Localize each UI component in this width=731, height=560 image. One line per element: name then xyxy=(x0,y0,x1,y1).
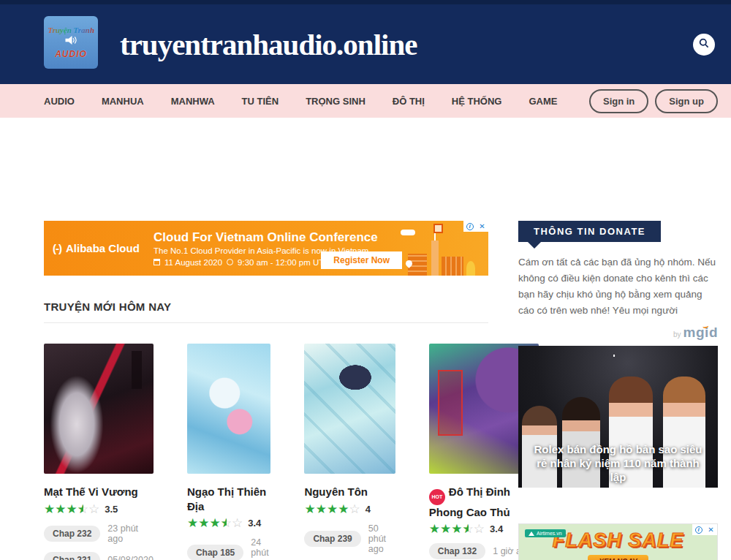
banner-title: Cloud For Vietnam Online Conference xyxy=(154,230,378,245)
content: (-) Alibaba Cloud Cloud For Vietnam Onli… xyxy=(0,118,731,560)
star-icon: ★ xyxy=(67,503,77,515)
star-icon: ★ xyxy=(44,503,55,515)
ad-controls: i ✕ xyxy=(692,524,717,535)
mgid-by-label: by xyxy=(673,330,681,338)
chapter-row: Chap 23105/08/2020 xyxy=(44,552,154,560)
chapter-badge[interactable]: Chap 232 xyxy=(44,526,100,542)
logo-audio-text: AUDIO xyxy=(55,49,87,59)
nav-item-trong-sinh[interactable]: TRỌNG SINH xyxy=(306,96,366,107)
comic-cover-image[interactable] xyxy=(44,344,154,474)
star-rating: ★★★☆★☆3.5 xyxy=(44,503,154,515)
brand-triangle-icon xyxy=(529,531,534,536)
banner-date: 11 August 2020 xyxy=(164,258,222,267)
chapter-time: 24 phút ago xyxy=(251,537,270,560)
chapter-row: Chap 23223 phút ago xyxy=(44,523,154,544)
star-icon: ★ xyxy=(316,503,327,515)
nav-item-tu-tien[interactable]: TU TIÊN xyxy=(242,96,279,107)
star-icon: ★ xyxy=(429,523,440,535)
ad-info-icon[interactable]: i xyxy=(463,221,476,232)
star-icon: ☆ xyxy=(232,517,243,529)
speaker-icon xyxy=(64,35,77,48)
page-title: truyentranhaudio.online xyxy=(120,27,417,62)
chapter-row: Chap 23950 phút ago xyxy=(304,523,395,554)
comic-title-link[interactable]: Mạt Thế Vi Vương xyxy=(44,485,154,499)
rating-value: 3.4 xyxy=(490,523,503,534)
nav-item-manhua[interactable]: MANHUA xyxy=(102,96,144,107)
ad-info-icon[interactable]: i xyxy=(692,524,705,535)
star-icon: ☆★ xyxy=(221,517,232,529)
comic-card: Ngạo Thị Thiên Địa★★★☆★☆3.4Chap 18524 ph… xyxy=(187,344,270,560)
star-icon: ☆ xyxy=(349,503,360,515)
comic-card: Nguyên Tôn★★★★☆4Chap 23950 phút agoChap … xyxy=(304,344,395,560)
hot-badge: HOT xyxy=(429,489,445,505)
ad-close-icon[interactable]: ✕ xyxy=(705,524,717,535)
star-icon: ☆★ xyxy=(77,503,88,515)
xem-ngay-button[interactable]: XEM NGAY xyxy=(588,555,648,560)
star-icon: ★ xyxy=(440,523,451,535)
sidebar: THÔNG TIN DONATE Cám ơn tất cả các bạn đ… xyxy=(518,221,718,560)
donate-text: Cám ơn tất cả các bạn đã ủng hộ nhóm. Nế… xyxy=(518,254,718,318)
chapter-badge[interactable]: Chap 231 xyxy=(44,552,100,560)
comic-title-link[interactable]: Ngạo Thị Thiên Địa xyxy=(187,485,270,513)
star-rating: ★★★★☆4 xyxy=(304,503,395,515)
chapter-badge[interactable]: Chap 132 xyxy=(429,543,485,559)
nav-item-đo-thi[interactable]: ĐÔ THỊ xyxy=(393,96,425,107)
search-button[interactable] xyxy=(693,34,715,56)
flash-sale-ad[interactable]: Airtimes.vn FLASH SALE XEM NGAY i ✕ xyxy=(518,523,718,560)
cloud-shape xyxy=(401,230,415,235)
star-icon: ★ xyxy=(327,503,338,515)
mgid-logo[interactable]: mgid xyxy=(683,325,718,340)
native-ad-caption: Rolex bán đồng hồ bản sao siêu rẻ nhân k… xyxy=(518,443,718,484)
chapter-time: 05/08/2020 xyxy=(107,555,154,560)
star-rating: ★★★☆★☆3.4 xyxy=(187,517,270,529)
clock-icon xyxy=(227,259,233,265)
ad-close-icon[interactable]: ✕ xyxy=(476,221,488,232)
header: Truyện Tranh AUDIO truyentranhaudio.onli… xyxy=(0,0,731,84)
star-icon: ☆ xyxy=(88,503,99,515)
banner-ad[interactable]: (-) Alibaba Cloud Cloud For Vietnam Onli… xyxy=(44,221,488,276)
comic-cover-image[interactable] xyxy=(187,344,270,474)
sign-in-button[interactable]: Sign in xyxy=(589,89,648,113)
rating-value: 3.4 xyxy=(248,518,261,529)
logo-text: Truyện Tranh xyxy=(48,26,94,34)
search-icon xyxy=(698,37,710,51)
chapter-badge[interactable]: Chap 239 xyxy=(304,531,360,547)
cards-grid: Mạt Thế Vi Vương★★★☆★☆3.5Chap 23223 phút… xyxy=(44,344,488,560)
rating-value: 4 xyxy=(366,504,371,515)
alibaba-cloud-logo: (-) Alibaba Cloud xyxy=(53,242,149,254)
nav-item-game[interactable]: GAME xyxy=(529,96,557,107)
main-column: (-) Alibaba Cloud Cloud For Vietnam Onli… xyxy=(44,221,488,560)
comic-card: Mạt Thế Vi Vương★★★☆★☆3.5Chap 23223 phút… xyxy=(44,344,154,560)
rating-value: 3.5 xyxy=(105,504,118,515)
star-icon: ☆★ xyxy=(463,523,474,535)
auth-buttons: Sign in Sign up xyxy=(589,89,718,113)
star-icon: ★ xyxy=(304,503,315,515)
nav-item-audio[interactable]: AUDIO xyxy=(44,96,75,107)
donate-title-badge: THÔNG TIN DONATE xyxy=(518,221,661,242)
flash-ad-brand: Airtimes.vn xyxy=(525,529,566,537)
section-header: TRUYỆN MỚI HÔM NAY xyxy=(44,300,488,323)
site-logo[interactable]: Truyện Tranh AUDIO xyxy=(44,16,98,69)
alibaba-brand-mark-icon: (-) xyxy=(53,242,61,254)
star-icon: ★ xyxy=(55,503,66,515)
register-now-button[interactable]: Register Now xyxy=(321,251,402,269)
mgid-attribution: bymgid xyxy=(518,325,718,341)
envelope-shape xyxy=(433,224,443,233)
chapter-time: 50 phút ago xyxy=(368,523,395,554)
star-icon: ★ xyxy=(187,517,198,529)
star-icon: ★ xyxy=(209,517,220,529)
chapter-badge[interactable]: Chap 185 xyxy=(187,545,243,560)
calendar-icon xyxy=(154,259,160,265)
comic-cover-image[interactable] xyxy=(304,344,395,474)
nav-item-he-thong[interactable]: HỆ THỐNG xyxy=(452,96,502,107)
chapter-time: 23 phút ago xyxy=(107,523,154,544)
chapter-row: Chap 18524 phút ago xyxy=(187,537,270,560)
sign-up-button[interactable]: Sign up xyxy=(655,89,718,113)
comic-title-link[interactable]: Nguyên Tôn xyxy=(304,485,395,499)
star-icon: ★ xyxy=(451,523,462,535)
star-icon: ★ xyxy=(338,503,349,515)
ad-controls: i ✕ xyxy=(463,221,488,232)
star-icon: ☆ xyxy=(474,523,485,535)
nav-item-manhwa[interactable]: MANHWA xyxy=(171,96,215,107)
native-ad-image[interactable]: Rolex bán đồng hồ bản sao siêu rẻ nhân k… xyxy=(518,346,718,488)
